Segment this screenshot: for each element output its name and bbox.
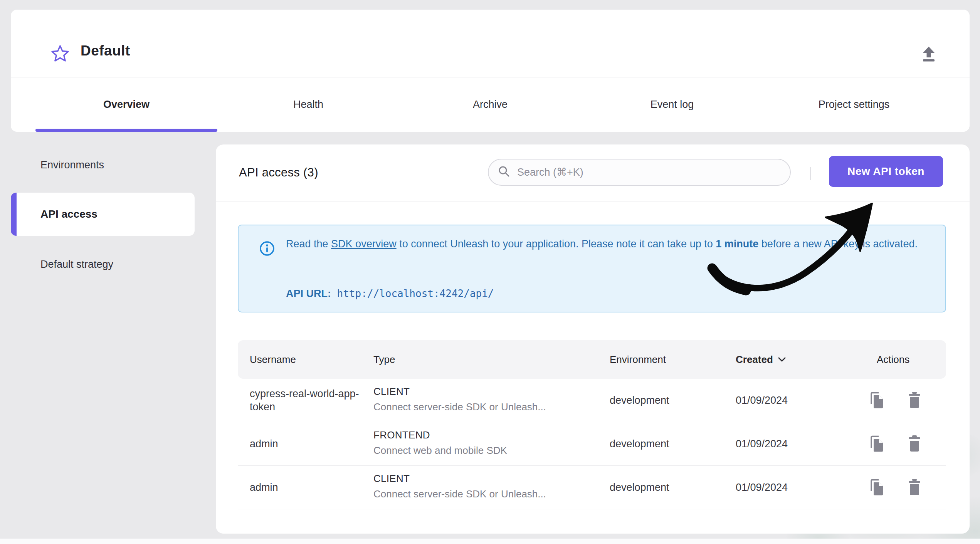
type-cell: CLIENT	[373, 386, 410, 398]
created-cell: 01/09/2024	[736, 482, 788, 494]
copy-token-button[interactable]	[866, 390, 886, 410]
trash-icon	[907, 478, 922, 497]
delete-token-button[interactable]	[904, 477, 925, 497]
copy-icon	[867, 477, 885, 498]
panel-title: API access (3)	[239, 166, 318, 180]
type-cell: FRONTEND	[373, 429, 430, 441]
column-header-type[interactable]: Type	[373, 340, 395, 379]
environment-cell: development	[610, 482, 669, 494]
sidebar-item-default-strategy[interactable]: Default strategy	[11, 256, 195, 273]
copy-token-button[interactable]	[866, 434, 886, 454]
sidebar-item-label: API access	[40, 208, 97, 220]
environment-cell: development	[610, 395, 669, 406]
trash-icon	[907, 435, 922, 453]
copy-icon	[867, 434, 885, 454]
created-cell: 01/09/2024	[736, 438, 788, 450]
table-header: Username Type Environment Created Action…	[238, 340, 946, 379]
sidebar-item-api-access[interactable]: API access	[11, 193, 195, 236]
export-button[interactable]	[917, 42, 940, 65]
environment-cell: development	[610, 438, 669, 450]
toolbar-divider	[810, 167, 811, 180]
copy-icon	[867, 390, 885, 411]
token-row: admin CLIENT Connect server-side SDK or …	[238, 466, 946, 509]
tab-project-settings[interactable]: Project settings	[763, 77, 945, 132]
tab-event-log[interactable]: Event log	[581, 77, 763, 132]
favorite-star-button[interactable]	[49, 43, 71, 65]
delete-token-button[interactable]	[904, 434, 925, 454]
active-item-bar	[11, 193, 17, 236]
star-icon	[51, 44, 69, 64]
chevron-down-icon	[778, 357, 786, 362]
column-header-actions: Actions	[877, 340, 909, 379]
search-box[interactable]	[488, 159, 791, 186]
info-alert: Read the SDK overview to connect Unleash…	[238, 225, 946, 312]
token-row: admin FRONTEND Connect web and mobile SD…	[238, 422, 946, 466]
new-api-token-button[interactable]: New API token	[829, 156, 943, 187]
alert-text: Read the SDK overview to connect Unleash…	[286, 236, 941, 252]
column-header-environment[interactable]: Environment	[610, 340, 666, 379]
info-icon	[259, 240, 275, 258]
delete-token-button[interactable]	[904, 390, 925, 410]
column-header-created[interactable]: Created	[736, 340, 786, 379]
tokens-table: Username Type Environment Created Action…	[238, 340, 946, 509]
tab-health[interactable]: Health	[217, 77, 399, 132]
upload-icon	[920, 45, 938, 64]
sidebar-item-environments[interactable]: Environments	[11, 156, 195, 173]
type-description: Connect web and mobile SDK	[373, 445, 507, 457]
username-cell: cypress-real-world-app-token	[250, 387, 365, 413]
username-cell: admin	[250, 481, 365, 494]
page-title: Default	[81, 43, 130, 59]
username-cell: admin	[250, 437, 365, 450]
active-tab-indicator	[35, 129, 217, 132]
tab-archive[interactable]: Archive	[399, 77, 581, 132]
project-tabs: Overview Health Archive Event log Projec…	[35, 77, 945, 132]
type-description: Connect server-side SDK or Unleash...	[373, 488, 546, 500]
bottom-strip	[0, 539, 980, 544]
api-url-value: http://localhost:4242/api/	[337, 288, 494, 299]
search-input[interactable]	[517, 166, 781, 178]
api-access-panel: API access (3) New API token	[216, 144, 970, 534]
tab-overview[interactable]: Overview	[35, 77, 217, 132]
page-background: Default Overview Health Archive Event lo…	[0, 0, 980, 544]
api-url-line: API URL: http://localhost:4242/api/	[286, 288, 494, 300]
type-description: Connect server-side SDK or Unleash...	[373, 401, 546, 413]
token-row: cypress-real-world-app-token CLIENT Conn…	[238, 379, 946, 422]
type-cell: CLIENT	[373, 473, 410, 485]
column-header-username[interactable]: Username	[250, 340, 296, 379]
search-icon	[498, 165, 510, 179]
panel-divider	[216, 201, 970, 202]
api-url-label: API URL:	[286, 288, 331, 299]
trash-icon	[907, 391, 922, 410]
sdk-overview-link[interactable]: SDK overview	[331, 238, 397, 250]
created-cell: 01/09/2024	[736, 395, 788, 406]
project-header-card: Default Overview Health Archive Event lo…	[11, 10, 970, 132]
copy-token-button[interactable]	[866, 477, 886, 497]
